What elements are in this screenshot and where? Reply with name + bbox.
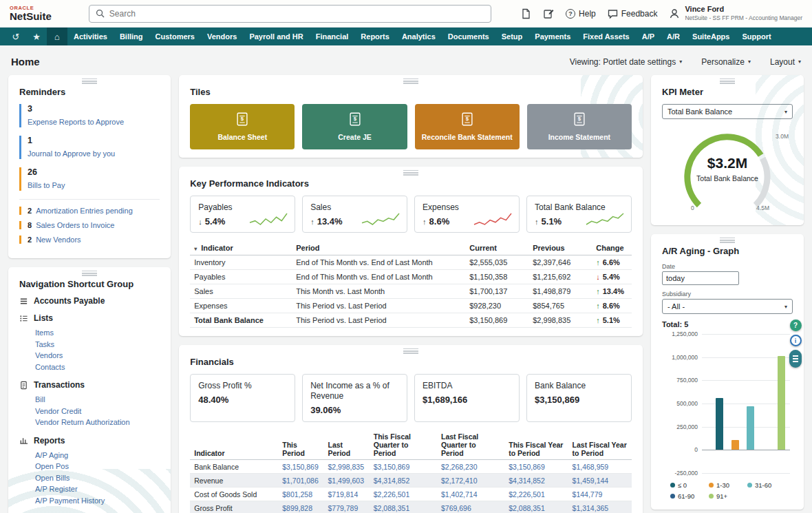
search-input[interactable] [109, 9, 484, 19]
date-input[interactable] [662, 271, 739, 285]
fin-row-cost-of-goods-sold[interactable]: Cost of Goods Sold$801,258$719,814$2,226… [190, 488, 632, 501]
user-menu[interactable]: Vince Ford NetSuite - SS FF PRM - Accoun… [669, 5, 802, 21]
nav-item-vendors[interactable]: Vendors [201, 28, 243, 45]
portlet-drag-handle[interactable] [82, 78, 97, 84]
kpi-column-change[interactable]: Change [592, 241, 632, 255]
document-icon[interactable] [521, 8, 531, 19]
shortcut-link-a-p-aging[interactable]: A/P Aging [35, 450, 160, 461]
portlet-drag-handle[interactable] [403, 348, 418, 354]
tile-reconcile-bank-statement[interactable]: $Reconcile Bank Statement [415, 104, 520, 149]
nav-item-payments[interactable]: Payments [528, 28, 577, 45]
kpi-meter-select[interactable]: Total Bank Balance ▾ [662, 104, 793, 119]
fin-card-net-income-as-a-of-revenue[interactable]: Net Income as a % of Revenue39.06% [302, 374, 407, 422]
bar-1-30[interactable] [731, 440, 739, 450]
kpi-column-previous[interactable]: Previous [528, 241, 592, 255]
fin-column-indicator[interactable]: Indicator [190, 430, 278, 460]
column-caret-icon[interactable]: ▾ [194, 246, 197, 252]
kpi-card-sales[interactable]: Sales↑13.4% [302, 196, 407, 233]
shortcut-group-reports[interactable]: Reports [19, 436, 160, 446]
bar-0[interactable] [716, 398, 723, 450]
kpi-row-sales[interactable]: SalesThis Month vs. Last Month$1,700,137… [190, 284, 632, 299]
global-search[interactable] [89, 5, 491, 23]
kpi-column-current[interactable]: Current [465, 241, 528, 255]
nav-item-documents[interactable]: Documents [442, 28, 495, 45]
portlet-drag-handle[interactable] [403, 78, 418, 84]
nav-item-support[interactable]: Support [736, 28, 777, 45]
nav-item-reports[interactable]: Reports [354, 28, 396, 45]
portlet-drag-handle[interactable] [720, 238, 735, 243]
shortcuts-star-icon[interactable]: ★ [26, 28, 47, 45]
kpi-card-payables[interactable]: Payables↓5.4% [190, 196, 295, 233]
reminder-highlight[interactable]: 3Expense Reports to Approve [19, 104, 160, 127]
home-icon[interactable]: ⌂ [47, 28, 67, 45]
legend-61-90[interactable]: 61-90 [670, 492, 709, 500]
shortcut-link-vendor-return-authorization[interactable]: Vendor Return Authorization [35, 417, 160, 428]
reminder-link-sales-orders-to-invoice[interactable]: Sales Orders to Invoice [36, 221, 114, 229]
nav-item-financial[interactable]: Financial [310, 28, 355, 45]
shortcut-group-accounts-payable[interactable]: Accounts Payable [19, 296, 160, 306]
portlet-drag-handle[interactable] [720, 78, 735, 84]
floating-feedback-button[interactable] [789, 350, 802, 368]
fin-column-last-fiscal-year-to-period[interactable]: Last Fiscal Year to Period [568, 430, 632, 460]
legend-31-60[interactable]: 31-60 [747, 481, 786, 489]
bar-91[interactable] [778, 356, 785, 450]
help-button[interactable]: ? Help [566, 9, 596, 19]
reminder-item[interactable]: 2Amortization Entries pending [19, 207, 160, 215]
netsuite-logo[interactable]: ORACLE NetSuite [10, 6, 52, 22]
reminder-item[interactable]: 8Sales Orders to Invoice [19, 221, 160, 229]
nav-item-suiteapps[interactable]: SuiteApps [686, 28, 736, 45]
nav-item-customers[interactable]: Customers [149, 28, 201, 45]
reminder-link-journal-to-approve-by-you[interactable]: Journal to Approve by you [28, 149, 115, 158]
kpi-card-expenses[interactable]: Expenses↑8.6% [414, 196, 520, 233]
fin-row-revenue[interactable]: Revenue$1,701,086$1,499,603$4,314,852$2,… [190, 474, 632, 488]
recent-records-icon[interactable]: ↺ [6, 28, 26, 45]
portlet-drag-handle[interactable] [403, 170, 418, 176]
shortcut-link-items[interactable]: Items [35, 327, 160, 339]
portlet-drag-handle[interactable] [82, 271, 97, 276]
nav-item-billing[interactable]: Billing [114, 28, 149, 45]
shortcut-link-a-p-payment-history[interactable]: A/P Payment History [35, 495, 160, 507]
fin-row-bank-balance[interactable]: Bank Balance$3,150,869$2,998,835$3,150,8… [190, 460, 632, 474]
personalize-dropdown[interactable]: Personalize ▾ [701, 57, 751, 67]
kpi-card-total-bank-balance[interactable]: Total Bank Balance↑5.1% [526, 196, 632, 233]
feedback-button[interactable]: Feedback [608, 9, 658, 19]
reminder-link-expense-reports-to-approve[interactable]: Expense Reports to Approve [28, 118, 124, 126]
subsidiary-select[interactable]: - All - ▾ [662, 299, 793, 314]
nav-item-fixed-assets[interactable]: Fixed Assets [577, 28, 635, 45]
nav-item-activities[interactable]: Activities [67, 28, 114, 45]
shortcut-link-contacts[interactable]: Contacts [35, 362, 160, 373]
tile-create-je[interactable]: $Create JE [302, 104, 407, 149]
reminder-highlight[interactable]: 1Journal to Approve by you [19, 136, 160, 159]
shortcut-link-open-bills[interactable]: Open Bills [35, 472, 160, 484]
shortcut-link-vendors[interactable]: Vendors [35, 350, 160, 362]
fin-column-this-fiscal-quarter-to-period[interactable]: This Fiscal Quarter to Period [370, 430, 437, 460]
kpi-column-period[interactable]: Period [292, 241, 465, 255]
nav-item-analytics[interactable]: Analytics [396, 28, 442, 45]
bar-31-60[interactable] [747, 406, 754, 450]
create-new-icon[interactable] [543, 8, 554, 19]
fin-column-last-fiscal-quarter-to-period[interactable]: Last Fiscal Quarter to Period [437, 430, 504, 460]
legend-1-30[interactable]: 1-30 [709, 481, 747, 489]
viewing-dropdown[interactable]: Viewing: Portlet date settings ▾ [570, 57, 683, 67]
reminder-item[interactable]: 2New Vendors [19, 235, 160, 244]
fin-column-this-fiscal-year-to-period[interactable]: This Fiscal Year to Period [504, 430, 568, 460]
reminder-link-new-vendors[interactable]: New Vendors [36, 235, 81, 244]
tile-income-statement[interactable]: $Income Statement [527, 104, 632, 149]
tile-balance-sheet[interactable]: $Balance Sheet [190, 104, 295, 149]
kpi-row-total-bank-balance[interactable]: Total Bank BalanceThis Period vs. Last P… [190, 313, 632, 328]
kpi-row-expenses[interactable]: ExpensesThis Period vs. Last Period$928,… [190, 299, 632, 313]
kpi-row-payables[interactable]: PayablesEnd of This Month vs. End of Las… [190, 270, 632, 284]
fin-column-last-period[interactable]: Last Period [323, 430, 369, 460]
fin-card-gross-profit[interactable]: Gross Profit %48.40% [190, 374, 295, 422]
reminder-link-bills-to-pay[interactable]: Bills to Pay [28, 181, 65, 189]
floating-info-button[interactable]: i [790, 335, 802, 346]
fin-column-this-period[interactable]: This Period [278, 430, 323, 460]
kpi-row-inventory[interactable]: InventoryEnd of This Month vs. End of La… [190, 255, 632, 270]
nav-item-a-r[interactable]: A/R [661, 28, 686, 45]
legend-0[interactable]: ≤ 0 [670, 481, 709, 489]
fin-card-ebitda[interactable]: EBITDA$1,689,166 [414, 374, 520, 422]
shortcut-link-vendor-credit[interactable]: Vendor Credit [35, 406, 160, 417]
nav-item-a-p[interactable]: A/P [636, 28, 661, 45]
shortcut-group-transactions[interactable]: Transactions [19, 380, 160, 390]
shortcut-link-bill[interactable]: Bill [35, 394, 160, 406]
